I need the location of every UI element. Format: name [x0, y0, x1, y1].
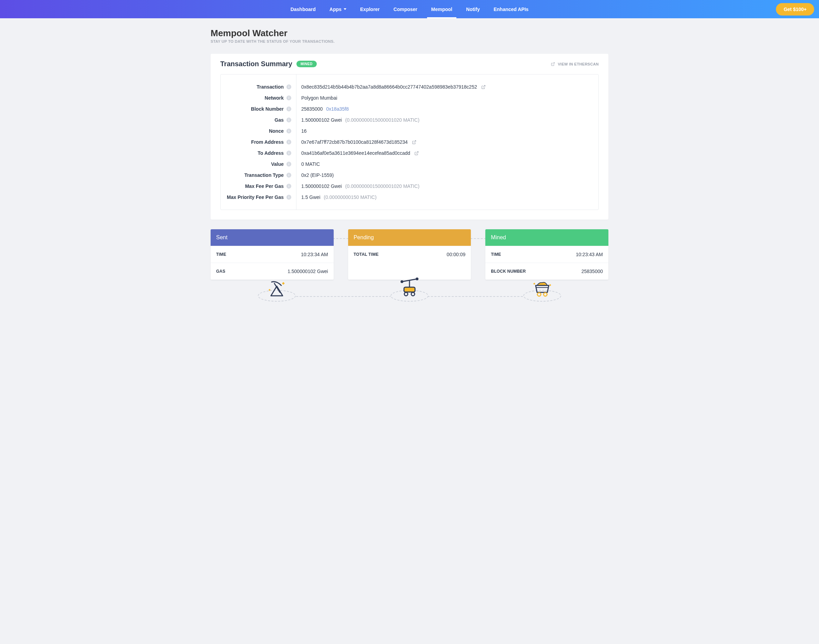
nav-dashboard[interactable]: Dashboard [284, 0, 323, 18]
info-icon[interactable]: i [286, 107, 291, 111]
value-max-fee-secondary: (0.0000000015000001020 MATIC) [345, 183, 419, 189]
nav-label: Dashboard [291, 6, 316, 12]
status-card-mined: Mined TIME10:23:43 AM BLOCK NUMBER258350… [485, 229, 608, 280]
illustration-oval [390, 290, 429, 302]
illustration-oval [258, 290, 296, 302]
top-nav: Dashboard Apps Explorer Composer Mempool… [0, 0, 819, 18]
nav-explorer[interactable]: Explorer [353, 0, 387, 18]
nav-notify[interactable]: Notify [459, 0, 487, 18]
status-value: 25835000 [582, 268, 603, 274]
value-network: Polygon Mumbai [301, 95, 337, 101]
nav-enhanced-apis[interactable]: Enhanced APIs [487, 0, 535, 18]
nav-label: Enhanced APIs [494, 6, 528, 12]
svg-marker-6 [282, 282, 285, 285]
external-link-icon [551, 62, 555, 66]
svg-point-13 [404, 292, 408, 296]
status-card-pending: Pending TOTAL TIME00:00:09 [348, 229, 471, 280]
svg-rect-12 [404, 287, 415, 292]
summary-title: Transaction Summary [220, 60, 292, 68]
status-badge: MINED [297, 61, 317, 67]
value-max-priority: 1.5 Gwei [301, 195, 320, 200]
summary-header-left: Transaction Summary MINED [220, 60, 317, 68]
label-gas: Gas [275, 117, 284, 123]
svg-point-16 [537, 293, 541, 296]
info-icon[interactable]: i [286, 195, 291, 199]
value-value: 0 MATIC [301, 161, 320, 167]
minecart-icon [530, 279, 554, 298]
cta-button[interactable]: Get $100+ [776, 3, 814, 15]
nav-label: Apps [329, 6, 341, 12]
value-max-fee: 1.500000102 Gwei [301, 183, 342, 189]
external-link-icon [481, 85, 486, 89]
nav-mempool[interactable]: Mempool [424, 0, 459, 18]
label-max-priority-fee: Max Priority Fee Per Gas [227, 195, 284, 200]
svg-point-14 [411, 292, 415, 296]
transaction-summary-card: Transaction Summary MINED VIEW IN ETHERS… [211, 54, 608, 219]
status-value: 10:23:43 AM [576, 251, 603, 257]
label-transaction: Transaction [256, 84, 284, 90]
info-icon[interactable]: i [286, 184, 291, 189]
svg-line-3 [416, 151, 418, 153]
status-card-sent: Sent TIME10:23:34 AM GAS1.500000102 Gwei [211, 229, 334, 280]
nav-apps[interactable]: Apps [323, 0, 353, 18]
svg-line-1 [483, 85, 485, 87]
details-values: 0x8ec835d214b5b44b4b7b2aa7a8d8a86664b0cc… [297, 74, 599, 210]
value-tx-type: 0x2 (EIP-1559) [301, 172, 334, 178]
status-row: TOTAL TIME00:00:09 [348, 246, 471, 263]
status-value: 10:23:34 AM [301, 251, 328, 257]
illustration-oval [523, 290, 561, 302]
svg-point-17 [543, 293, 547, 296]
summary-header: Transaction Summary MINED VIEW IN ETHERS… [211, 54, 608, 74]
nav-composer[interactable]: Composer [387, 0, 424, 18]
label-block-number: Block Number [251, 106, 284, 112]
info-icon[interactable]: i [286, 129, 291, 133]
value-gas: 1.500000102 Gwei [301, 117, 342, 123]
label-value: Value [271, 161, 284, 167]
svg-line-2 [413, 140, 416, 143]
svg-marker-7 [268, 289, 271, 291]
etherscan-link[interactable]: VIEW IN ETHERSCAN [551, 62, 599, 66]
status-label: BLOCK NUMBER [491, 269, 526, 274]
info-icon[interactable]: i [286, 162, 291, 167]
status-label: TIME [491, 252, 501, 257]
details-table: Transactioni Networki Block Numberi Gasi… [220, 74, 599, 210]
status-label: TIME [216, 252, 226, 257]
nav-label: Mempool [431, 6, 452, 12]
illustration-row [211, 290, 608, 302]
value-transaction: 0x8ec835d214b5b44b4b7b2aa7a8d8a86664b0cc… [301, 84, 477, 90]
to-external-link[interactable] [414, 151, 419, 155]
label-nonce: Nonce [269, 128, 284, 134]
from-external-link[interactable] [412, 140, 416, 144]
pickaxe-icon [265, 279, 289, 298]
nav-label: Notify [466, 6, 480, 12]
value-block-number-hex: 0x18a35f8 [326, 106, 349, 112]
status-label: GAS [216, 269, 225, 274]
label-network: Network [265, 95, 284, 101]
transaction-external-link[interactable] [481, 85, 486, 89]
chevron-down-icon [344, 8, 346, 10]
illustration-sent [258, 290, 296, 302]
info-icon[interactable]: i [286, 95, 291, 100]
summary-body: Transactioni Networki Block Numberi Gasi… [211, 74, 608, 219]
scale-icon [396, 277, 423, 298]
info-icon[interactable]: i [286, 173, 291, 178]
status-value: 1.500000102 Gwei [288, 268, 328, 274]
illustration-mined [523, 290, 561, 302]
external-link-icon [414, 151, 419, 155]
svg-marker-18 [533, 283, 535, 285]
label-from-address: From Address [251, 139, 284, 145]
info-icon[interactable]: i [286, 118, 291, 123]
info-icon[interactable]: i [286, 84, 291, 89]
status-row: BLOCK NUMBER25835000 [485, 263, 608, 280]
info-icon[interactable]: i [286, 151, 291, 155]
nav-label: Composer [393, 6, 418, 12]
nav-links: Dashboard Apps Explorer Composer Mempool… [284, 0, 536, 18]
label-to-address: To Address [258, 150, 284, 156]
value-to-address: 0xa41b6af0e5a3611e3694ee14ecefea85ad0cca… [301, 150, 410, 156]
svg-point-9 [401, 280, 403, 283]
page-title: Mempool Watcher [211, 28, 608, 38]
info-icon[interactable]: i [286, 140, 291, 144]
page-content: Mempool Watcher STAY UP TO DATE WITH THE… [204, 18, 615, 316]
label-transaction-type: Transaction Type [244, 172, 284, 178]
svg-marker-19 [549, 284, 551, 286]
